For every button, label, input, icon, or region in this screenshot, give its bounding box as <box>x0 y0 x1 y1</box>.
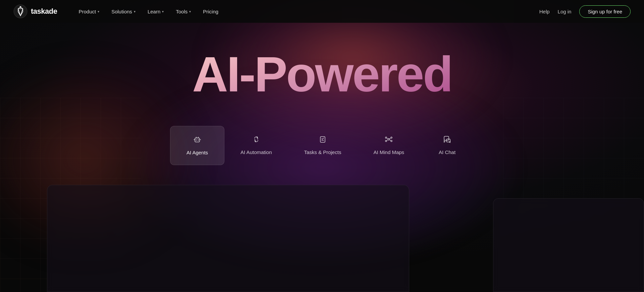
svg-point-8 <box>391 137 392 138</box>
svg-rect-5 <box>320 137 325 142</box>
tab-icon-tasks-projects <box>317 134 328 145</box>
logo-icon <box>13 4 28 18</box>
nav-item-tools[interactable]: Tools▾ <box>170 6 196 17</box>
logo-link[interactable]: taskade <box>13 4 57 18</box>
navbar: taskade Product▾Solutions▾Learn▾Tools▾Pr… <box>0 0 644 23</box>
hero-section: AI-Powered AI Agents AI Automation <box>0 0 644 292</box>
chevron-icon-product: ▾ <box>98 10 99 13</box>
tab-icon-ai-chat <box>442 134 452 145</box>
tab-icon-ai-automation <box>251 134 262 145</box>
help-link[interactable]: Help <box>539 9 550 14</box>
nav-links: Product▾Solutions▾Learn▾Tools▾Pricing <box>73 6 539 17</box>
tab-icon-ai-mind-maps <box>383 134 394 145</box>
tab-ai-automation[interactable]: AI Automation <box>224 126 288 165</box>
login-link[interactable]: Log in <box>558 9 572 14</box>
tab-label-ai-chat: AI Chat <box>439 149 455 155</box>
tab-ai-mind-maps[interactable]: AI Mind Maps <box>357 126 420 165</box>
tab-label-ai-mind-maps: AI Mind Maps <box>373 149 404 155</box>
chevron-icon-solutions: ▾ <box>134 10 136 13</box>
tab-label-tasks-projects: Tasks & Projects <box>304 149 341 155</box>
tab-tasks-projects[interactable]: Tasks & Projects <box>288 126 358 165</box>
tab-ai-chat[interactable]: AI Chat <box>420 126 474 165</box>
nav-item-pricing[interactable]: Pricing <box>198 6 224 17</box>
tabs-container: AI Agents AI Automation Tasks & Projects <box>170 126 474 165</box>
hero-title: AI-Powered <box>192 50 452 99</box>
svg-point-4 <box>198 140 199 141</box>
nav-label-pricing: Pricing <box>203 9 218 14</box>
chevron-icon-learn: ▾ <box>162 10 164 13</box>
svg-point-10 <box>391 140 392 142</box>
nav-label-learn: Learn <box>148 9 160 14</box>
tab-ai-agents[interactable]: AI Agents <box>170 126 224 165</box>
nav-label-product: Product <box>78 9 96 14</box>
nav-label-tools: Tools <box>176 9 187 14</box>
svg-line-12 <box>390 138 391 139</box>
svg-line-11 <box>387 138 388 139</box>
svg-point-9 <box>385 140 387 142</box>
svg-rect-2 <box>195 138 200 142</box>
signup-button[interactable]: Sign up for free <box>579 5 631 18</box>
nav-right: Help Log in Sign up for free <box>539 5 631 18</box>
nav-label-solutions: Solutions <box>111 9 132 14</box>
tab-icon-ai-agents <box>192 134 203 145</box>
svg-line-14 <box>390 140 391 141</box>
nav-item-learn[interactable]: Learn▾ <box>142 6 169 17</box>
svg-point-7 <box>385 137 387 138</box>
nav-item-solutions[interactable]: Solutions▾ <box>106 6 141 17</box>
nav-item-product[interactable]: Product▾ <box>73 6 105 17</box>
tab-label-ai-automation: AI Automation <box>240 149 272 155</box>
chevron-icon-tools: ▾ <box>189 10 191 13</box>
hero-content: AI-Powered AI Agents AI Automation <box>0 23 644 292</box>
svg-point-3 <box>196 140 197 141</box>
svg-point-6 <box>388 139 390 140</box>
logo-text: taskade <box>31 7 57 16</box>
tab-label-ai-agents: AI Agents <box>186 150 208 155</box>
svg-line-13 <box>387 140 388 141</box>
svg-point-18 <box>20 6 21 8</box>
